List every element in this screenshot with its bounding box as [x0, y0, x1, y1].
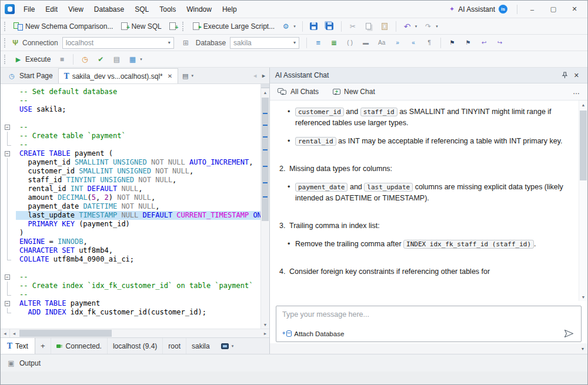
nav-forward-button[interactable]: ► [259, 72, 268, 80]
code-line[interactable]: -- Create table `payment` [1, 132, 260, 140]
code-line[interactable]: ENGINE = INNODB, [1, 237, 260, 246]
menu-item-edit[interactable]: Edit [40, 2, 63, 16]
status-host[interactable]: localhost (9.4) [107, 338, 162, 354]
query-plan-button[interactable]: ▤ [109, 53, 124, 66]
new-chat-button[interactable]: + New Chat [330, 86, 377, 97]
code-line[interactable]: USE sakila; [1, 105, 260, 114]
scrollbar-track[interactable] [579, 109, 587, 293]
undo-button[interactable]: ↶ ▾ [400, 20, 420, 33]
status-database[interactable]: sakila [186, 338, 215, 354]
indent-button[interactable]: » [390, 36, 405, 49]
scrollbar-thumb[interactable] [580, 111, 587, 180]
code-line[interactable]: -- Create index `idx_fk_customer_id` on … [1, 282, 260, 290]
code-line[interactable]: COLLATE utf8mb4_0900_ai_ci; [1, 255, 260, 264]
code-line[interactable]: -- [1, 140, 260, 149]
scroll-down-icon[interactable]: ▼ [261, 320, 269, 329]
pin-panel-button[interactable] [559, 71, 571, 80]
code-line[interactable]: last_update TIMESTAMP NULL DEFAULT CURRE… [1, 211, 260, 220]
fold-toggle-icon[interactable]: − [5, 301, 10, 306]
scroll-right-icon[interactable]: ► [261, 329, 269, 337]
add-view-button[interactable]: + [35, 338, 51, 354]
send-message-button[interactable] [563, 329, 575, 338]
menu-item-database[interactable]: Database [89, 2, 129, 16]
close-panel-button[interactable]: ✕ [571, 71, 582, 81]
database-combo[interactable]: sakila ▾ [230, 37, 299, 49]
code-line[interactable] [1, 264, 260, 273]
menu-item-window[interactable]: Window [181, 2, 217, 16]
code-line[interactable]: ADD INDEX idx_fk_customer_id(customer_id… [1, 308, 260, 317]
save-button[interactable] [306, 20, 322, 33]
format-sql-button[interactable]: ≣ [310, 36, 326, 49]
server-monitor-button[interactable]: ▾ [219, 342, 236, 350]
whitespace-button[interactable]: ¶ [422, 36, 437, 49]
close-button[interactable]: ✕ [566, 4, 583, 14]
split-editor-handle[interactable] [261, 84, 269, 88]
attach-database-button[interactable]: + Attach Database [282, 330, 344, 337]
tab-start-page[interactable]: ◷ Start Page [2, 68, 58, 83]
toolbar-grip[interactable] [4, 38, 7, 48]
menu-item-file[interactable]: File [18, 2, 40, 16]
code-generation-button[interactable]: ⚙ ▾ [278, 20, 299, 33]
all-chats-button[interactable]: All Chats [275, 86, 321, 97]
connection-combo[interactable]: localhost ▾ [62, 37, 174, 49]
menu-item-sql[interactable]: SQL [129, 2, 154, 16]
chat-more-button[interactable]: … [570, 86, 582, 97]
code-line[interactable]: −-- [1, 123, 260, 132]
insert-snippet-button[interactable]: ▦ [326, 36, 342, 49]
nav-back-button[interactable]: ◄ [250, 72, 259, 80]
code-line[interactable]: PRIMARY KEY (payment_id) [1, 220, 260, 229]
status-user[interactable]: root [162, 338, 186, 354]
chat-input-box[interactable]: + Attach Database [276, 306, 582, 342]
fold-toggle-icon[interactable]: − [5, 151, 10, 156]
view-tab-text[interactable]: T Text [1, 338, 35, 354]
validate-button[interactable]: ✔ [93, 53, 108, 66]
code-line[interactable]: -- [1, 96, 260, 105]
chat-vertical-scrollbar[interactable]: ▲ ▼ [579, 101, 587, 301]
toggle-bookmark-button[interactable]: ⚑ [445, 36, 460, 49]
code-line[interactable]: rental_id INT DEFAULT NULL, [1, 185, 260, 193]
execute-button[interactable]: ▶ Execute [11, 53, 54, 66]
new-sql-button[interactable]: New SQL [116, 20, 164, 33]
panel-scroll-down-button[interactable]: ▾ [580, 345, 586, 353]
menu-item-tools[interactable]: Tools [154, 2, 181, 16]
new-connection-window-button[interactable]: ⊞ [178, 36, 193, 49]
scroll-up-icon[interactable]: ▲ [261, 88, 269, 96]
scrollbar-track[interactable] [18, 329, 261, 337]
next-bookmark-button[interactable]: ⚑ [460, 36, 476, 49]
code-line[interactable]: customer_id SMALLINT UNSIGNED NOT NULL, [1, 167, 260, 176]
connection-status[interactable]: Connected. [51, 338, 107, 354]
ai-assistant-button[interactable]: ✦ AI Assistant is [446, 4, 511, 15]
code-line[interactable]: −CREATE TABLE payment ( [1, 149, 260, 158]
fold-toggle-icon[interactable]: − [5, 125, 10, 130]
toggle-comment-button[interactable]: ▬ [358, 36, 373, 49]
jump-forward-button[interactable]: ↪ [492, 36, 507, 49]
code-line[interactable]: -- Set default database [1, 88, 260, 96]
query-history-button[interactable]: ◷ [77, 53, 92, 66]
code-line[interactable]: amount DECIMAL(5, 2) NOT NULL, [1, 193, 260, 202]
tab-sql-document[interactable]: T sakila_dev vs...ocalhost).sql* ✕ [58, 68, 178, 83]
menu-item-view[interactable]: View [63, 2, 89, 16]
code-line[interactable]: CHARACTER SET utf8mb4, [1, 246, 260, 255]
copy-button[interactable] [361, 20, 376, 33]
code-line[interactable]: -- [1, 290, 260, 299]
scrollbar-thumb[interactable] [19, 330, 112, 337]
redo-button[interactable]: ↷ ▾ [420, 20, 441, 33]
results-mode-button[interactable]: ▦ ▾ [125, 53, 145, 66]
new-document-button[interactable] [165, 20, 181, 33]
editor-vertical-scrollbar[interactable]: ▲ ▼ [260, 84, 269, 329]
editor-horizontal-scrollbar[interactable]: ◄ ► [10, 329, 269, 337]
code-line[interactable]: −-- [1, 273, 260, 282]
code-line[interactable] [1, 114, 260, 123]
toolbar-grip[interactable] [182, 22, 185, 31]
scrollbar-thumb[interactable] [262, 98, 269, 221]
paste-button[interactable] [377, 20, 392, 33]
code-line[interactable]: staff_id TINYINT UNSIGNED NOT NULL, [1, 176, 260, 185]
toolbar-grip[interactable] [4, 22, 7, 31]
execute-large-script-button[interactable]: Execute Large Script... [189, 20, 278, 33]
new-schema-comparison-button[interactable]: New Schema Comparison... [11, 20, 116, 33]
message-input[interactable] [282, 310, 575, 319]
code-line[interactable]: payment_id SMALLINT UNSIGNED NOT NULL AU… [1, 158, 260, 167]
splitter-collapse-button[interactable]: ◄ [1, 329, 10, 337]
scroll-up-icon[interactable]: ▲ [579, 101, 587, 109]
output-panel-bar[interactable]: ▣ Output [1, 354, 587, 371]
